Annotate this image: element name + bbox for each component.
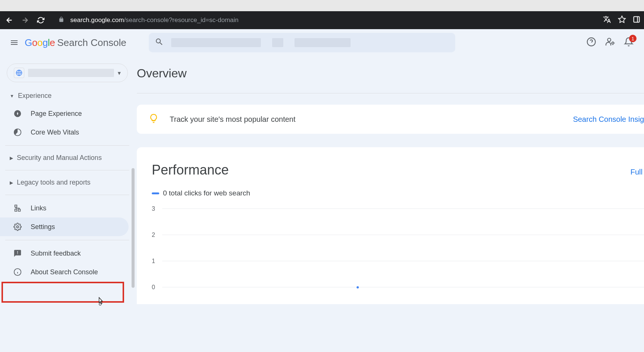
performance-title: Performance	[152, 162, 229, 178]
info-icon	[13, 267, 22, 277]
legend-label: 0 total clicks for web search	[163, 189, 250, 197]
sidebar-section-experience[interactable]: ▼ Experience	[0, 87, 135, 104]
legend-marker	[152, 192, 159, 194]
chevron-right-icon: ▶	[10, 180, 13, 185]
item-label: Page Experience	[31, 110, 82, 118]
full-report-link[interactable]: Full	[631, 168, 644, 176]
speedometer-icon	[13, 127, 22, 137]
divider	[5, 145, 129, 146]
divider	[137, 93, 644, 93]
svg-marker-0	[619, 16, 625, 22]
y-tick: 2	[152, 232, 155, 238]
logo-text: Search Console	[57, 37, 126, 49]
menu-button[interactable]	[7, 35, 22, 50]
sidebar-item-page-experience[interactable]: Page Experience	[0, 104, 129, 123]
url-host: search.google.com	[70, 16, 124, 24]
page-title: Overview	[137, 67, 644, 80]
item-label: Submit feedback	[31, 250, 81, 257]
back-button[interactable]	[4, 15, 15, 26]
gear-icon	[13, 222, 22, 232]
translate-icon[interactable]	[603, 15, 611, 25]
performance-card: Performance Full 0 total clicks for web …	[137, 147, 644, 304]
svg-point-19	[99, 303, 101, 305]
y-tick: 3	[152, 206, 155, 212]
divider	[5, 240, 129, 240]
sidebar-item-core-web-vitals[interactable]: Core Web Vitals	[0, 123, 129, 142]
google-logo: Google	[25, 37, 55, 49]
lock-icon	[58, 16, 64, 24]
feedback-icon	[13, 248, 22, 258]
sidebar-item-links[interactable]: Links	[0, 199, 129, 217]
svg-point-5	[608, 38, 611, 41]
annotation-highlight	[1, 282, 124, 303]
url-path: /search-console?resource_id=sc-domain	[124, 16, 239, 24]
scrollbar[interactable]	[132, 168, 135, 288]
sidebar: ▾ ▼ Experience Page Experience Core Web …	[0, 56, 135, 352]
chart-legend: 0 total clicks for web search	[152, 189, 644, 197]
search-icon	[155, 37, 164, 48]
chevron-down-icon: ▼	[10, 93, 14, 99]
section-label: Security and Manual Actions	[17, 154, 102, 162]
address-bar[interactable]: search.google.com/search-console?resourc…	[70, 16, 238, 24]
cursor-icon	[96, 297, 104, 306]
links-icon	[13, 203, 22, 213]
y-tick: 1	[152, 258, 155, 265]
sidebar-section-security[interactable]: ▶ Security and Manual Actions	[0, 149, 135, 166]
property-selector[interactable]: ▾	[7, 64, 128, 82]
svg-rect-1	[634, 17, 640, 22]
svg-point-6	[612, 42, 614, 44]
star-icon[interactable]	[618, 15, 626, 25]
insights-card: Track your site's most popular content S…	[137, 105, 644, 134]
forward-button[interactable]	[19, 15, 31, 26]
svg-rect-13	[15, 209, 17, 211]
section-label: Legacy tools and reports	[17, 179, 90, 186]
item-label: Core Web Vitals	[31, 129, 79, 136]
users-icon[interactable]	[605, 37, 615, 48]
sidebar-item-settings[interactable]: Settings	[0, 217, 129, 236]
item-label: Links	[31, 204, 46, 212]
item-label: Settings	[31, 223, 55, 231]
y-tick: 0	[152, 284, 155, 291]
sidebar-item-feedback[interactable]: Submit feedback	[0, 244, 129, 263]
main-content: Overview Track your site's most popular …	[135, 56, 644, 352]
chevron-down-icon: ▾	[118, 70, 121, 77]
divider	[5, 170, 129, 170]
globe-icon	[14, 68, 24, 78]
chevron-right-icon: ▶	[10, 155, 13, 161]
panel-icon[interactable]	[633, 16, 640, 25]
search-input[interactable]	[171, 37, 449, 48]
section-label: Experience	[18, 92, 52, 100]
svg-rect-14	[18, 209, 21, 211]
svg-point-15	[16, 226, 19, 228]
url-inspect-bar[interactable]	[149, 33, 455, 52]
item-label: About Search Console	[31, 268, 98, 276]
sidebar-section-legacy[interactable]: ▶ Legacy tools and reports	[0, 174, 135, 191]
notification-badge: 1	[629, 35, 637, 42]
help-icon[interactable]	[586, 37, 596, 48]
lightbulb-icon	[149, 114, 158, 125]
sidebar-item-about[interactable]: About Search Console	[0, 263, 129, 281]
svg-rect-12	[15, 205, 17, 207]
circle-icon	[13, 109, 22, 118]
divider	[5, 195, 129, 195]
property-name	[28, 69, 114, 77]
logo[interactable]: Google Search Console	[25, 37, 126, 49]
app-header: Google Search Console 1	[0, 29, 644, 56]
reload-button[interactable]	[35, 15, 46, 26]
notifications-icon[interactable]: 1	[624, 37, 634, 48]
performance-chart: 3 2 1 0	[152, 209, 644, 298]
insights-text: Track your site's most popular content	[170, 115, 573, 124]
browser-toolbar: search.google.com/search-console?resourc…	[0, 11, 644, 29]
data-point	[357, 286, 359, 288]
insights-link[interactable]: Search Console Insig	[573, 115, 644, 124]
